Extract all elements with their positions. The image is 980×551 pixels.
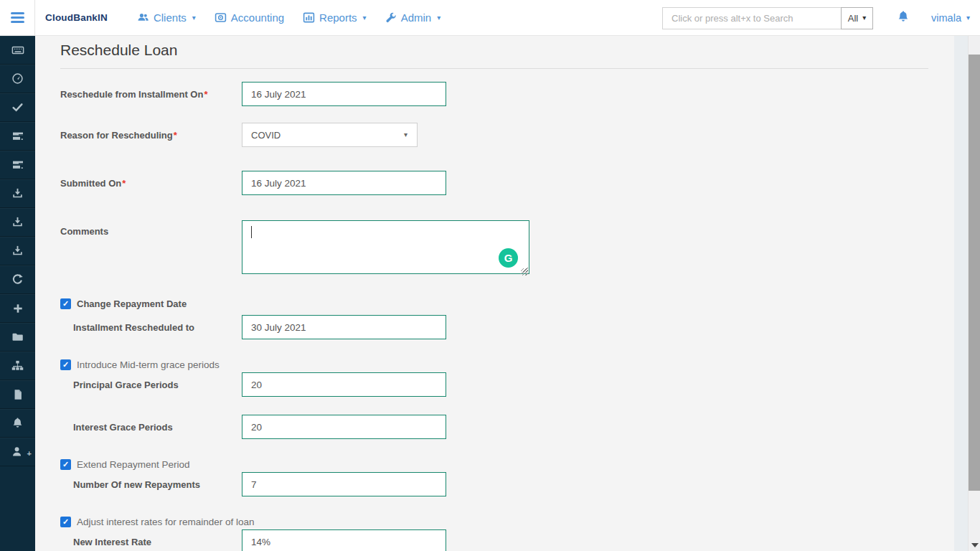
- field-row-principal-grace: Principal Grace Periods: [60, 372, 954, 397]
- bell-icon: [897, 10, 910, 26]
- download-icon: [11, 187, 24, 199]
- chevron-down-icon: ▾: [966, 14, 970, 22]
- plus-icon: +: [27, 449, 32, 458]
- content-right-gutter: [954, 36, 968, 551]
- refresh-icon: [11, 273, 24, 286]
- chevron-down-icon: ▾: [862, 14, 866, 22]
- add-user-icon: [11, 446, 24, 458]
- topbar-right: All ▾ vimala ▾: [662, 0, 970, 36]
- app-logo[interactable]: CloudBankIN: [45, 12, 108, 23]
- field-label: Interest Grace Periods: [60, 422, 242, 433]
- sidebar-item-documents[interactable]: [0, 380, 35, 409]
- sidebar-item-approvals[interactable]: [0, 93, 35, 122]
- field-label: Installment Rescheduled to: [60, 322, 242, 333]
- new-repayments-input[interactable]: [242, 472, 446, 496]
- sitemap-icon: [11, 359, 24, 372]
- sidebar-item-queue-1[interactable]: [0, 122, 35, 151]
- submitted-on-input[interactable]: [242, 171, 446, 195]
- accounting-icon: [215, 11, 227, 24]
- new-interest-rate-input[interactable]: [242, 529, 446, 551]
- grammarly-icon[interactable]: G: [499, 248, 518, 268]
- bar-chart-icon: [303, 11, 315, 24]
- vertical-scrollbar[interactable]: [968, 36, 980, 551]
- sidebar-item-refresh[interactable]: [0, 265, 35, 294]
- compass-icon: [11, 72, 24, 85]
- sidebar-item-download-1[interactable]: [0, 179, 35, 208]
- plus-icon: [12, 303, 24, 314]
- chevron-down-icon: ▾: [363, 14, 367, 22]
- sidebar-item-download-2[interactable]: [0, 208, 35, 237]
- reschedule-from-input[interactable]: [242, 82, 446, 106]
- field-label: Number Of new Repayments: [60, 479, 242, 490]
- principal-grace-input[interactable]: [242, 372, 446, 397]
- checkbox-label: Change Repayment Date: [77, 298, 187, 309]
- field-row-interest-grace: Interest Grace Periods: [60, 415, 954, 439]
- nav-clients[interactable]: Clients ▾: [128, 11, 205, 24]
- hamburger-menu-button[interactable]: [0, 0, 35, 36]
- page-title: Reschedule Loan: [60, 36, 928, 69]
- chevron-down-icon: ▾: [192, 14, 196, 22]
- file-icon: [12, 389, 24, 400]
- field-row-installment-rescheduled: Installment Rescheduled to: [60, 315, 954, 339]
- rows-icon: [11, 159, 24, 171]
- field-label: New Interest Rate: [60, 537, 242, 547]
- nav-admin[interactable]: Admin ▾: [376, 11, 451, 24]
- checkbox-label: Introduce Mid-term grace periods: [77, 359, 220, 370]
- field-row-comments: Comments G: [60, 220, 954, 277]
- user-menu[interactable]: vimala ▾: [931, 12, 970, 24]
- field-label: Comments: [60, 220, 242, 237]
- search-scope-dropdown[interactable]: All ▾: [841, 7, 873, 29]
- sidebar-item-add[interactable]: [0, 294, 35, 323]
- field-row-submitted-on: Submitted On*: [60, 171, 954, 195]
- bell-icon: [11, 417, 24, 429]
- adjust-interest-checkbox[interactable]: [60, 517, 71, 527]
- sidebar-item-keyboard[interactable]: [0, 36, 35, 65]
- sidebar-item-download-3[interactable]: [0, 237, 35, 265]
- sidebar-item-folders[interactable]: [0, 323, 35, 352]
- grace-periods-checkbox[interactable]: [60, 359, 71, 370]
- change-repayment-checkbox[interactable]: [60, 298, 71, 309]
- notifications-button[interactable]: [897, 10, 910, 26]
- sidebar-item-add-user[interactable]: +: [0, 438, 35, 466]
- field-row-reason: Reason for Rescheduling* COVID ▾: [60, 123, 954, 147]
- required-asterisk: *: [174, 130, 177, 141]
- sidebar-item-queue-2[interactable]: [0, 151, 35, 179]
- wrench-icon: [385, 12, 397, 24]
- checkbox-row-grace-periods: Introduce Mid-term grace periods: [60, 359, 954, 370]
- field-label: Submitted On*: [60, 178, 242, 189]
- sidebar-item-hierarchy[interactable]: [0, 352, 35, 380]
- reason-select[interactable]: COVID ▾: [242, 123, 418, 147]
- nav-accounting[interactable]: Accounting: [205, 11, 293, 24]
- sidebar-item-notifications[interactable]: [0, 409, 35, 438]
- folder-icon: [11, 331, 24, 343]
- comments-textarea[interactable]: [242, 220, 529, 274]
- interest-grace-input[interactable]: [242, 415, 446, 439]
- checkbox-label: Extend Repayment Period: [77, 459, 190, 470]
- installment-rescheduled-input[interactable]: [242, 315, 446, 339]
- search-input[interactable]: [662, 7, 842, 29]
- extend-repayment-checkbox[interactable]: [60, 459, 71, 470]
- checkbox-label: Adjust interest rates for remainder of l…: [77, 517, 255, 527]
- checkbox-row-change-repayment: Change Repayment Date: [60, 298, 954, 309]
- scrollbar-thumb[interactable]: [969, 55, 980, 491]
- keyboard-icon: [11, 44, 24, 57]
- hamburger-icon: [11, 10, 24, 25]
- main-nav: Clients ▾ Accounting Reports ▾ Admin ▾: [128, 11, 450, 24]
- required-asterisk: *: [204, 89, 207, 100]
- field-label: Reschedule from Installment On*: [60, 89, 242, 100]
- scrollbar-down-arrow[interactable]: [971, 543, 979, 547]
- field-row-new-interest-rate: New Interest Rate: [60, 529, 954, 551]
- field-row-new-repayments: Number Of new Repayments: [60, 472, 954, 496]
- main-content: Reschedule Loan Reschedule from Installm…: [35, 36, 954, 551]
- checkbox-row-extend-repayment: Extend Repayment Period: [60, 459, 954, 470]
- sidebar-item-dashboard[interactable]: [0, 65, 35, 93]
- text-cursor: [251, 226, 252, 238]
- field-label: Reason for Rescheduling*: [60, 130, 242, 141]
- rows-icon: [11, 130, 24, 143]
- chevron-down-icon: ▾: [404, 131, 407, 138]
- checkbox-row-adjust-interest: Adjust interest rates for remainder of l…: [60, 517, 954, 527]
- nav-reports[interactable]: Reports ▾: [293, 11, 376, 24]
- download-icon: [11, 245, 24, 257]
- resize-handle-icon[interactable]: [521, 268, 528, 276]
- field-row-reschedule-from: Reschedule from Installment On*: [60, 82, 954, 106]
